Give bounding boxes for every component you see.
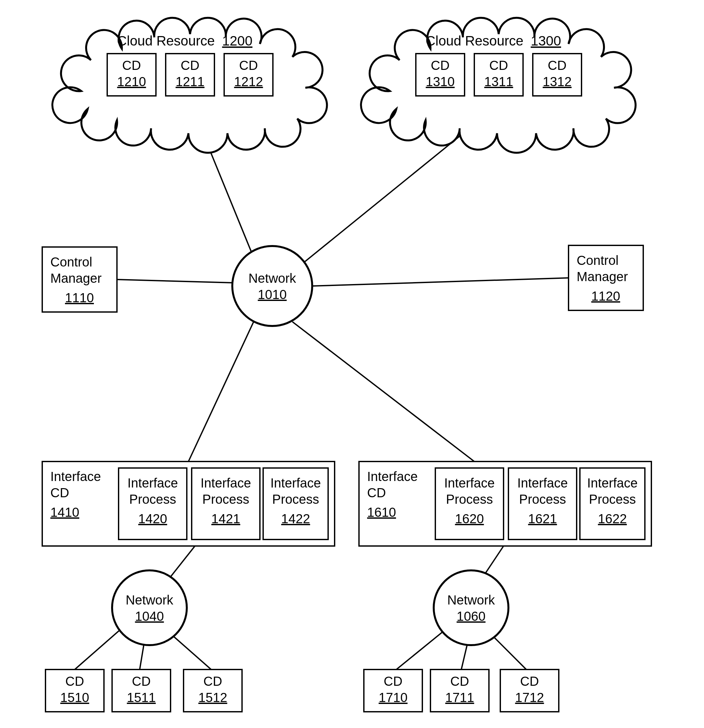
svg-text:1622: 1622 [598, 511, 627, 526]
cm-left-line1: Control [50, 255, 92, 269]
network-right-label: Network [447, 593, 495, 607]
cd-1212-label: CD [239, 58, 258, 72]
network-diagram: Cloud Resource 1200 CD 1210 CD 1211 CD 1… [0, 0, 704, 728]
svg-text:CD: CD [65, 674, 84, 688]
network-main-label: Network [248, 271, 297, 285]
cm-left-line2: Manager [50, 271, 102, 285]
svg-text:Interface: Interface [587, 476, 638, 490]
svg-text:Interface: Interface [270, 476, 321, 490]
svg-text:CD: CD [132, 674, 151, 688]
cm-left-id: 1110 [65, 290, 94, 305]
edge-cloud2-network [299, 114, 487, 267]
network-main-id: 1010 [258, 287, 287, 302]
cd-row-bottom-right: CD 1710 CD 1711 CD 1712 [364, 669, 559, 712]
edge-netright-cd1710 [396, 627, 448, 669]
cm-right-line2: Manager [577, 269, 628, 284]
cd-1311-id: 1311 [485, 74, 513, 89]
svg-text:CD: CD [203, 674, 222, 688]
cd-1310-label: CD [431, 58, 450, 72]
cloud2-title: Cloud Resource 1300 [426, 33, 561, 48]
svg-text:1512: 1512 [199, 690, 227, 705]
svg-text:Process: Process [589, 492, 636, 506]
svg-text:Process: Process [446, 492, 493, 506]
svg-text:Process: Process [202, 492, 250, 506]
svg-text:Process: Process [519, 492, 566, 506]
iface-right-cd-id: 1610 [367, 505, 396, 519]
cd-1211-id: 1211 [176, 74, 205, 89]
network-left-id: 1040 [135, 609, 164, 623]
edge-cmleft-network [117, 279, 232, 283]
cd-1310-id: 1310 [426, 74, 455, 89]
cd-row-bottom-left: CD 1510 CD 1511 CD 1512 [45, 669, 242, 712]
iface-left-cd-line2: CD [50, 485, 69, 500]
svg-text:1420: 1420 [138, 511, 167, 526]
cd-1312-id: 1312 [543, 74, 572, 89]
svg-text:1510: 1510 [61, 690, 89, 705]
edge-netmain-ifaceleft [188, 315, 257, 461]
cd-1312-label: CD [548, 58, 567, 72]
svg-point-2 [232, 246, 312, 326]
cd-1311-label: CD [489, 58, 508, 72]
control-manager-1120: Control Manager 1120 [568, 246, 643, 311]
svg-text:Process: Process [272, 492, 319, 506]
svg-text:Process: Process [129, 492, 176, 506]
iface-right-cd-line1: Interface [367, 469, 418, 484]
svg-point-24 [434, 571, 508, 645]
edge-netleft-cd1512 [170, 634, 211, 669]
cloud-resource-1300: Cloud Resource 1300 CD 1310 CD 1311 CD 1… [361, 18, 635, 153]
svg-text:Interface: Interface [127, 476, 178, 490]
svg-text:1710: 1710 [379, 690, 408, 705]
iface-right-cd-line2: CD [367, 485, 386, 500]
svg-text:1422: 1422 [281, 511, 310, 526]
iface-left-cd-line1: Interface [50, 469, 101, 484]
network-1040: Network 1040 [112, 571, 187, 645]
svg-point-23 [112, 571, 187, 645]
svg-text:CD: CD [520, 674, 539, 688]
svg-text:CD: CD [384, 674, 402, 688]
svg-text:1711: 1711 [446, 690, 474, 705]
svg-text:1620: 1620 [455, 511, 484, 526]
svg-text:1421: 1421 [212, 511, 240, 526]
cloud-resource-1200: Cloud Resource 1200 CD 1210 CD 1211 CD 1… [52, 18, 327, 153]
svg-text:1621: 1621 [528, 511, 557, 526]
network-right-id: 1060 [457, 609, 486, 623]
svg-text:1712: 1712 [515, 690, 544, 705]
interface-group-left: Interface CD 1410 Interface Process 1420… [42, 461, 335, 546]
cm-right-line1: Control [577, 253, 619, 267]
edge-cmright-network [312, 278, 568, 286]
svg-text:Interface: Interface [517, 476, 568, 490]
svg-text:1511: 1511 [127, 690, 156, 705]
cd-1211-label: CD [180, 58, 199, 72]
network-left-label: Network [126, 593, 174, 607]
iface-left-cd-id: 1410 [50, 505, 79, 519]
cloud1-title: Cloud Resource 1200 [117, 33, 252, 48]
svg-text:Interface: Interface [201, 476, 251, 490]
cm-right-id: 1120 [591, 289, 620, 303]
network-1060: Network 1060 [434, 571, 508, 645]
cd-1210-id: 1210 [117, 74, 146, 89]
svg-text:CD: CD [450, 674, 469, 688]
edge-netright-cd1712 [490, 634, 526, 669]
edge-netmain-ifaceright [292, 322, 474, 461]
cd-1212-id: 1212 [234, 74, 263, 89]
network-1010: Network 1010 [232, 246, 312, 326]
edge-netright-cd1711 [461, 642, 468, 669]
svg-text:Interface: Interface [444, 476, 495, 490]
interface-group-right: Interface CD 1610 Interface Process 1620… [359, 461, 651, 546]
control-manager-1110: Control Manager 1110 [42, 247, 117, 312]
cd-1210-label: CD [122, 58, 141, 72]
